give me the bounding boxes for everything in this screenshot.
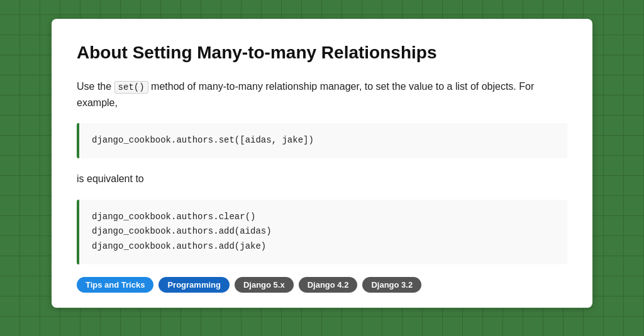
tag-django-4.2[interactable]: Django 4.2 — [299, 277, 358, 293]
equivalent-text: is equivalent to — [77, 171, 567, 187]
content-card: About Setting Many-to-many Relationships… — [52, 19, 592, 308]
inline-code-set: set() — [114, 81, 148, 94]
code-block-1: django_cookbook.authors.set([aidas, jake… — [77, 123, 567, 158]
code-block-2-line1: django_cookbook.authors.clear() — [92, 212, 255, 222]
page-title: About Setting Many-to-many Relationships — [77, 41, 567, 63]
code-line-1: django_cookbook.authors.set([aidas, jake… — [92, 135, 314, 145]
code-block-2: django_cookbook.authors.clear() django_c… — [77, 200, 567, 264]
code-block-2-line3: django_cookbook.authors.add(jake) — [92, 241, 266, 251]
intro-paragraph: Use the set() method of many-to-many rel… — [77, 79, 567, 111]
code-block-2-line2: django_cookbook.authors.add(aidas) — [92, 226, 272, 236]
tag-programming[interactable]: Programming — [158, 277, 230, 293]
tag-django-5.x[interactable]: Django 5.x — [235, 277, 294, 293]
page-wrapper: About Setting Many-to-many Relationships… — [0, 0, 644, 336]
tag-django-3.2[interactable]: Django 3.2 — [362, 277, 421, 293]
tags-row: Tips and TricksProgrammingDjango 5.xDjan… — [77, 277, 567, 293]
tag-tips-and-tricks[interactable]: Tips and Tricks — [77, 277, 153, 293]
intro-before-code: Use the — [77, 81, 114, 92]
